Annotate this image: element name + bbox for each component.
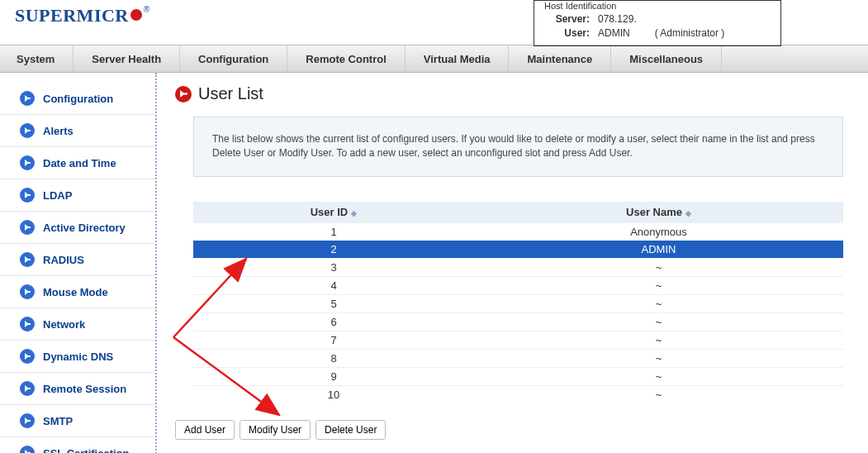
page-title-text: User List [198, 84, 263, 103]
sidebar-item-radius[interactable]: RADIUS [0, 244, 155, 276]
cell-userid: 7 [193, 331, 474, 349]
sidebar-item-active-directory[interactable]: Active Directory [0, 212, 155, 244]
sidebar-item-label: SMTP [43, 415, 73, 427]
sidebar-item-label: Configuration [43, 93, 113, 105]
sidebar-item-label: Alerts [43, 125, 74, 137]
sidebar-item-dynamic-dns[interactable]: Dynamic DNS [0, 341, 155, 373]
svg-rect-7 [28, 323, 31, 325]
cell-userid: 2 [193, 241, 474, 259]
sidebar-item-label: Mouse Mode [43, 286, 108, 298]
table-row[interactable]: 1Anonymous [193, 222, 843, 241]
svg-rect-1 [28, 130, 31, 131]
arrow-right-icon [20, 317, 35, 331]
topnav-item-configuration[interactable]: Configuration [180, 45, 287, 72]
cell-userid: 9 [193, 367, 474, 385]
arrow-right-icon [20, 155, 35, 170]
table-row[interactable]: 9~ [193, 367, 843, 385]
cell-userid: 10 [193, 385, 474, 403]
cell-userid: 8 [193, 349, 474, 367]
cell-username: ~ [474, 331, 843, 349]
logo: SUPERMICR ® [15, 5, 149, 26]
col-header-username[interactable]: User Name◆ [474, 202, 843, 223]
sidebar-item-label: Network [43, 318, 85, 331]
host-identification-box: Host Identification Server: 078.129. Use… [534, 0, 781, 46]
sidebar-item-network[interactable]: Network [0, 308, 155, 341]
arrow-right-icon [175, 86, 192, 103]
sidebar-item-ldap[interactable]: LDAP [0, 179, 155, 212]
sidebar-item-label: LDAP [43, 189, 72, 202]
arrow-right-icon [20, 284, 35, 299]
sidebar-item-label: RADIUS [43, 254, 84, 266]
col-header-userid[interactable]: User ID◆ [193, 202, 474, 223]
cell-username: Anonymous [474, 222, 843, 241]
topnav-item-server-health[interactable]: Server Health [74, 45, 180, 72]
arrow-right-icon [20, 91, 35, 106]
topnav-item-miscellaneous[interactable]: Miscellaneous [611, 45, 722, 72]
host-server-label: Server: [544, 12, 590, 26]
user-table: User ID◆ User Name◆ 1Anonymous2ADMIN3~4~… [193, 202, 843, 403]
sidebar-item-label: Dynamic DNS [43, 350, 113, 363]
arrow-right-icon [20, 252, 35, 267]
sidebar-item-mouse-mode[interactable]: Mouse Mode [0, 276, 155, 308]
svg-rect-10 [28, 420, 31, 422]
host-box-title: Host Identification [544, 1, 771, 11]
sidebar-item-label: Date and Time [43, 157, 116, 169]
delete-user-button[interactable]: Delete User [315, 420, 386, 440]
logo-dot-icon [130, 9, 142, 21]
cell-username: ~ [474, 312, 843, 331]
cell-userid: 5 [193, 294, 474, 312]
svg-rect-3 [28, 194, 31, 196]
sort-icon: ◆ [351, 209, 357, 217]
arrow-right-icon [20, 381, 35, 396]
cell-username: ADMIN [474, 241, 843, 259]
topnav-item-remote-control[interactable]: Remote Control [287, 45, 406, 72]
cell-username: ~ [474, 294, 843, 312]
cell-userid: 1 [193, 222, 474, 241]
table-row[interactable]: 8~ [193, 349, 843, 367]
sidebar-item-remote-session[interactable]: Remote Session [0, 373, 155, 405]
table-row[interactable]: 3~ [193, 258, 843, 276]
sidebar: ConfigurationAlertsDate and TimeLDAPActi… [0, 73, 157, 453]
topnav-item-virtual-media[interactable]: Virtual Media [406, 45, 510, 72]
svg-rect-12 [183, 93, 187, 94]
svg-rect-8 [28, 355, 31, 357]
table-row[interactable]: 10~ [193, 385, 843, 403]
table-row[interactable]: 6~ [193, 312, 843, 331]
sidebar-item-label: Remote Session [43, 383, 126, 395]
sidebar-item-ssl-certification[interactable]: SSL Certification [0, 437, 155, 453]
sidebar-item-configuration[interactable]: Configuration [0, 83, 155, 115]
page-title: User List [175, 84, 843, 103]
arrow-right-icon [20, 220, 35, 235]
topnav-item-system[interactable]: System [0, 45, 74, 72]
arrow-right-icon [20, 413, 35, 428]
cell-username: ~ [474, 367, 843, 385]
table-row[interactable]: 7~ [193, 331, 843, 349]
table-row[interactable]: 4~ [193, 276, 843, 294]
cell-userid: 3 [193, 258, 474, 276]
svg-rect-0 [28, 98, 31, 99]
info-panel: The list below shows the current list of… [193, 117, 843, 177]
sidebar-item-label: SSL Certification [43, 447, 130, 454]
add-user-button[interactable]: Add User [175, 420, 235, 440]
svg-rect-2 [28, 162, 31, 164]
host-user-label: User: [544, 26, 590, 41]
sidebar-item-alerts[interactable]: Alerts [0, 115, 155, 147]
arrow-right-icon [20, 123, 35, 138]
arrow-right-icon [20, 446, 35, 453]
cell-userid: 4 [193, 276, 474, 294]
sidebar-item-date-and-time[interactable]: Date and Time [0, 147, 155, 179]
modify-user-button[interactable]: Modify User [240, 420, 311, 440]
topnav-item-maintenance[interactable]: Maintenance [509, 45, 611, 72]
table-row[interactable]: 5~ [193, 294, 843, 312]
svg-rect-6 [28, 291, 31, 293]
host-user-role: ( Administrator ) [655, 26, 725, 41]
sidebar-item-smtp[interactable]: SMTP [0, 405, 155, 437]
logo-text: SUPERMICR [15, 5, 129, 26]
table-row[interactable]: 2ADMIN [193, 241, 843, 259]
cell-username: ~ [474, 349, 843, 367]
cell-username: ~ [474, 258, 843, 276]
cell-username: ~ [474, 385, 843, 403]
svg-rect-9 [28, 388, 31, 389]
cell-username: ~ [474, 276, 843, 294]
logo-registered-icon: ® [144, 5, 149, 14]
